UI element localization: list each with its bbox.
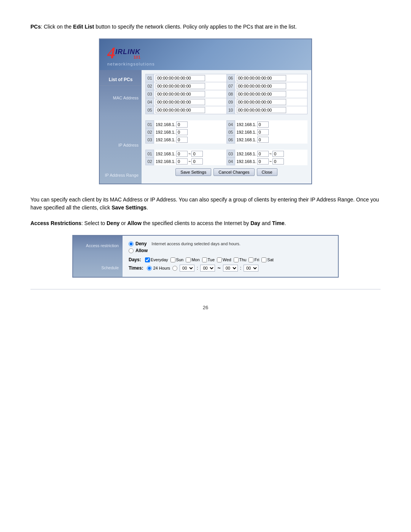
row-num: 05 xyxy=(146,106,154,114)
router-header: 4 IRLINK 101 networkingsolutions xyxy=(100,39,311,70)
mac-input2[interactable] xyxy=(237,91,286,97)
intro-paragraph-1: PCs: Click on the Edit List button to sp… xyxy=(30,23,381,31)
ip-input[interactable] xyxy=(176,129,188,135)
24hours-radio[interactable] xyxy=(147,266,152,271)
mac-input-cell[interactable] xyxy=(154,74,227,82)
ip-input[interactable] xyxy=(176,137,188,143)
access-panel: Access restriction Schedule Deny Interne… xyxy=(72,235,339,278)
time-to-hour-select[interactable]: 0001020304050607080910111213141516171819… xyxy=(223,265,238,272)
save-settings-button[interactable]: Save Settings xyxy=(175,168,211,176)
mac-input-cell[interactable] xyxy=(154,106,227,114)
panel-content: 01 06 02 07 03 08 04 09 05 10 01 192.168… xyxy=(142,70,311,184)
mac-input-cell2[interactable] xyxy=(235,82,307,90)
colon2: : xyxy=(240,265,241,271)
everyday-checkbox-item[interactable]: Everyday xyxy=(145,257,168,262)
time-to-min-select[interactable]: 0001020304050607080910111213141516171819… xyxy=(244,265,258,272)
schedule-sidebar-label: Schedule xyxy=(73,250,123,272)
mac-input2[interactable] xyxy=(237,83,286,89)
mac-input-cell[interactable] xyxy=(154,98,227,106)
range-from-input[interactable] xyxy=(176,158,188,165)
mac-input-cell2[interactable] xyxy=(235,90,307,98)
range-row: 01 192.168.1. ~ 03 192.168.1. ~ xyxy=(146,150,307,158)
cancel-changes-button[interactable]: Cancel Changes xyxy=(213,168,254,176)
range-to-input[interactable] xyxy=(191,158,203,165)
everyday-label: Everyday xyxy=(151,257,168,262)
save-settings-bold: Save Settings xyxy=(112,204,147,211)
mac-row: 05 10 xyxy=(146,106,307,114)
sat-checkbox[interactable] xyxy=(261,257,266,262)
row-num: 03 xyxy=(146,136,154,144)
mac-input2[interactable] xyxy=(237,75,286,81)
ip-input2[interactable] xyxy=(257,121,269,128)
time-tilde: ~ xyxy=(217,265,220,271)
mac-input-cell[interactable] xyxy=(154,82,227,90)
mac-input-cell[interactable] xyxy=(154,90,227,98)
mac-input-cell2[interactable] xyxy=(235,74,307,82)
router-panel: 4 IRLINK 101 networkingsolutions List of… xyxy=(99,38,312,184)
custom-time-radio[interactable] xyxy=(172,266,177,271)
access-restrictions-bold: Access Restrictions xyxy=(30,220,81,226)
ip-cell: 192.168.1. xyxy=(154,121,226,128)
range-row-num: 02 xyxy=(146,158,154,165)
range-row-num2: 03 xyxy=(226,150,235,158)
logo-container: 4 IRLINK 101 networkingsolutions xyxy=(107,45,155,66)
thu-checkbox-item[interactable]: Thu xyxy=(234,257,247,262)
deny-radio[interactable] xyxy=(129,241,134,246)
mon-checkbox-item[interactable]: Mon xyxy=(186,257,199,262)
mon-checkbox[interactable] xyxy=(186,257,191,262)
mac-input[interactable] xyxy=(156,91,205,97)
row-num2: 06 xyxy=(226,136,235,144)
everyday-checkbox[interactable] xyxy=(145,257,150,262)
ip-prefix2: 192.168.1. xyxy=(237,122,256,127)
ip-range-label: IP Address Range xyxy=(100,171,142,180)
access-sidebar: Access restriction Schedule xyxy=(73,236,123,277)
sun-label: Sun xyxy=(176,257,184,262)
time-from-hour-select[interactable]: 0001020304050607080910111213141516171819… xyxy=(180,265,194,272)
wed-label: Wed xyxy=(223,257,231,262)
wed-checkbox-item[interactable]: Wed xyxy=(217,257,231,262)
access-restriction-sidebar-label: Access restriction xyxy=(73,240,123,250)
ip-input2[interactable] xyxy=(257,129,269,135)
close-button[interactable]: Close xyxy=(257,168,277,176)
fri-checkbox-item[interactable]: Fri xyxy=(249,257,259,262)
mac-input2[interactable] xyxy=(237,107,286,113)
range-from-input2[interactable] xyxy=(257,151,269,157)
sat-checkbox-item[interactable]: Sat xyxy=(261,257,274,262)
range-from-input2[interactable] xyxy=(257,158,269,165)
mon-label: Mon xyxy=(191,257,199,262)
mac-input[interactable] xyxy=(156,107,205,113)
ip-input[interactable] xyxy=(176,121,188,128)
time-bold: Time xyxy=(272,220,284,226)
mac-input-cell2[interactable] xyxy=(235,98,307,106)
allow-radio[interactable] xyxy=(129,248,134,253)
thu-checkbox[interactable] xyxy=(234,257,239,262)
time-from-min-select[interactable]: 0001020304050607080910111213141516171819… xyxy=(200,265,215,272)
mac-input[interactable] xyxy=(156,75,205,81)
ip-prefix: 192.168.1. xyxy=(156,122,175,127)
ip-input2[interactable] xyxy=(257,137,269,143)
mac-input[interactable] xyxy=(156,99,205,105)
range-to-input2[interactable] xyxy=(272,151,284,157)
24hours-radio-item[interactable]: 24 Hours xyxy=(147,266,170,271)
colon1: : xyxy=(197,265,198,271)
wed-checkbox[interactable] xyxy=(217,257,222,262)
mac-address-table: 01 06 02 07 03 08 04 09 05 10 xyxy=(145,74,307,114)
range-to-input2[interactable] xyxy=(272,158,284,165)
sat-label: Sat xyxy=(267,257,274,262)
mac-input[interactable] xyxy=(156,83,205,89)
deny-allow-group: Deny Internet access during selected day… xyxy=(129,241,332,253)
mac-input2[interactable] xyxy=(237,99,286,105)
ip-row: 02 192.168.1. 05 192.168.1. xyxy=(146,128,307,136)
range-from-input[interactable] xyxy=(176,151,188,157)
mac-input-cell2[interactable] xyxy=(235,106,307,114)
mac-row: 02 07 xyxy=(146,82,307,90)
tue-checkbox[interactable] xyxy=(202,257,207,262)
custom-time-radio-item[interactable] xyxy=(172,266,177,271)
fri-label: Fri xyxy=(254,257,259,262)
sun-checkbox-item[interactable]: Sun xyxy=(170,257,184,262)
fri-checkbox[interactable] xyxy=(249,257,253,262)
tue-checkbox-item[interactable]: Tue xyxy=(202,257,215,262)
range-to-input[interactable] xyxy=(191,151,203,157)
range-row: 02 192.168.1. ~ 04 192.168.1. ~ xyxy=(146,158,307,165)
sun-checkbox[interactable] xyxy=(170,257,175,262)
